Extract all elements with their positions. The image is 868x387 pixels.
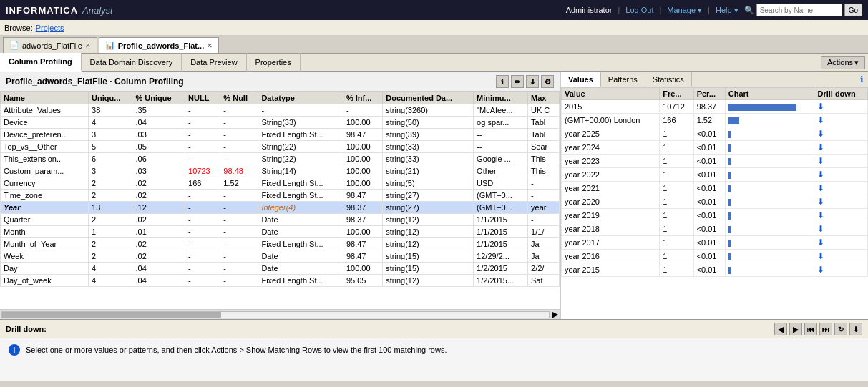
table-row[interactable]: Device4.04--String(33)100.00string(50)og… [1, 117, 560, 129]
col-pct-null[interactable]: % Null [220, 92, 258, 104]
table-row[interactable]: Day_of_week4.04--Fixed Length St...95.05… [1, 275, 560, 287]
drill-down-icon[interactable]: ⬇ [817, 102, 824, 112]
drill-down-icon[interactable]: ⬇ [817, 197, 824, 207]
col-name[interactable]: Name [1, 92, 89, 104]
list-item[interactable]: year 20211<0.01⬇ [562, 182, 868, 195]
manage-link[interactable]: Manage ▾ [667, 6, 702, 15]
col-datatype[interactable]: Datatype [258, 92, 343, 104]
scrollbar-track[interactable] [1, 311, 550, 318]
table-row[interactable]: Custom_param...3.031072398.48String(14)1… [1, 165, 560, 177]
table-row[interactable]: Currency2.021661.52Fixed Length St...100… [1, 177, 560, 190]
scroll-right-arrow[interactable]: ▶ [551, 310, 560, 319]
bottom-message: i Select one or more values or patterns,… [0, 338, 868, 361]
col-null[interactable]: NULL [185, 92, 220, 104]
actions-button[interactable]: Actions ▾ [821, 56, 865, 69]
right-col-pct[interactable]: Per... [693, 88, 725, 100]
list-item[interactable]: year 20251<0.01⬇ [562, 127, 868, 141]
settings-icon[interactable]: ⚙ [541, 75, 554, 88]
logout-link[interactable]: Log Out [625, 6, 653, 14]
col-max[interactable]: Max [528, 92, 560, 104]
table-row[interactable]: This_extension...6.06--String(22)100.00s… [1, 153, 560, 165]
tab-profile[interactable]: 📊 Profile_adwords_Flat... ✕ [99, 37, 219, 53]
drill-down-label: Drill down: [6, 325, 47, 333]
table-row[interactable]: Top_vs__Other5.05--String(22)100.00strin… [1, 141, 560, 153]
info-icon[interactable]: ℹ [496, 75, 509, 88]
drill-down-icon[interactable]: ⬇ [817, 170, 824, 180]
informatica-logo: INFORMATICA [6, 5, 78, 16]
right-table-wrapper: Value Fre... Per... Chart Drill down 201… [561, 87, 868, 319]
table-row[interactable]: Attribute_Values38.35----string(3260)"Mc… [1, 104, 560, 117]
right-col-chart[interactable]: Chart [725, 88, 814, 100]
list-item[interactable]: year 20151<0.01⬇ [562, 263, 868, 277]
search-input[interactable] [756, 4, 842, 16]
drill-down-icon[interactable]: ⬇ [817, 210, 824, 220]
table-row[interactable]: Day4.04--Date100.00string(15)1/2/20152/2… [1, 263, 560, 275]
drill-skip-forward-icon[interactable]: ⏭ [819, 323, 832, 335]
list-item[interactable]: year 20241<0.01⬇ [562, 141, 868, 155]
col-pct-inf[interactable]: % Inf... [343, 92, 382, 104]
right-panel-info-icon[interactable]: ℹ [856, 72, 868, 87]
list-item[interactable]: year 20231<0.01⬇ [562, 155, 868, 168]
drill-refresh-icon[interactable]: ↻ [834, 323, 847, 335]
right-col-value[interactable]: Value [562, 88, 660, 100]
drill-down-icon[interactable]: ⬇ [817, 156, 824, 166]
sub-tab-data-domain[interactable]: Data Domain Discovery [82, 53, 182, 72]
drill-back-icon[interactable]: ◀ [774, 323, 787, 335]
drill-down-icon[interactable]: ⬇ [817, 129, 824, 139]
sub-tab-bar: Column Profiling Data Domain Discovery D… [0, 54, 868, 72]
horizontal-scroll[interactable]: ▶ [0, 309, 560, 319]
help-link[interactable]: Help ▾ [716, 6, 738, 15]
product-name: Analyst [82, 5, 113, 16]
col-min[interactable]: Minimu... [474, 92, 528, 104]
drill-down-icon[interactable]: ⬇ [817, 237, 824, 248]
drill-down-icon[interactable]: ⬇ [817, 115, 824, 125]
drill-down-icon[interactable]: ⬇ [817, 142, 824, 152]
table-row[interactable]: Year13.12--Integer(4)98.37string(27)(GMT… [1, 202, 560, 214]
drill-down-icon[interactable]: ⬇ [817, 224, 824, 234]
table-row[interactable]: Month1.01--Date100.00string(12)1/1/20151… [1, 226, 560, 238]
col-unique[interactable]: Uniqu... [89, 92, 132, 104]
search-box: 🔍 Go [744, 4, 862, 16]
list-item[interactable]: year 20201<0.01⬇ [562, 195, 868, 209]
drill-export-icon[interactable]: ⬇ [849, 323, 862, 335]
data-table-wrapper: Name Uniqu... % Unique NULL % Null Datat… [0, 92, 560, 309]
scrollbar-thumb[interactable] [2, 312, 221, 318]
list-item[interactable]: year 20221<0.01⬇ [562, 168, 868, 182]
sub-tab-column-profiling[interactable]: Column Profiling [0, 53, 82, 72]
drill-skip-back-icon[interactable]: ⏮ [804, 323, 817, 335]
right-table-header: Value Fre... Per... Chart Drill down [562, 88, 868, 100]
export-icon[interactable]: ⬇ [526, 75, 539, 88]
go-button[interactable]: Go [844, 4, 862, 16]
right-tab-values[interactable]: Values [561, 72, 601, 87]
list-item[interactable]: year 20191<0.01⬇ [562, 209, 868, 222]
drill-down-icon[interactable]: ⬇ [817, 265, 824, 275]
drill-down-icon[interactable]: ⬇ [817, 183, 824, 193]
list-item[interactable]: year 20161<0.01⬇ [562, 250, 868, 263]
breadcrumb-projects[interactable]: Projects [36, 24, 64, 32]
table-row[interactable]: Month_of_Year2.02--Fixed Length St...98.… [1, 238, 560, 250]
table-row[interactable]: Week2.02--Date98.47string(15)12/29/2...J… [1, 250, 560, 263]
drill-down-icon[interactable]: ⬇ [817, 251, 824, 261]
col-pct-unique[interactable]: % Unique [132, 92, 185, 104]
tab-flatfile[interactable]: 📄 adwords_FlatFile ✕ [3, 37, 97, 53]
panel-title: Profile_adwords_FlatFile · Column Profil… [0, 72, 560, 92]
list-item[interactable]: 20151071298.37⬇ [562, 100, 868, 114]
list-item[interactable]: year 20171<0.01⬇ [562, 236, 868, 250]
panel-title-text: Profile_adwords_FlatFile · Column Profil… [6, 77, 184, 87]
col-doc-da[interactable]: Documented Da... [383, 92, 474, 104]
right-col-drill[interactable]: Drill down [814, 88, 868, 100]
table-row[interactable]: Time_zone2.02--Fixed Length St...98.47st… [1, 190, 560, 202]
sub-tab-data-preview[interactable]: Data Preview [182, 53, 246, 72]
right-col-freq[interactable]: Fre... [660, 88, 693, 100]
right-tab-patterns[interactable]: Patterns [601, 72, 645, 87]
table-row[interactable]: Quarter2.02--Date98.37string(12)1/1/2015… [1, 214, 560, 226]
table-row[interactable]: Device_preferen...3.03--Fixed Length St.… [1, 129, 560, 141]
edit-icon[interactable]: ✏ [511, 75, 524, 88]
flatfile-close[interactable]: ✕ [85, 42, 91, 49]
list-item[interactable]: (GMT+00:00) London1661.52⬇ [562, 114, 868, 127]
drill-forward-icon[interactable]: ▶ [789, 323, 802, 335]
right-tab-statistics[interactable]: Statistics [645, 72, 692, 87]
sub-tab-properties[interactable]: Properties [247, 53, 301, 72]
list-item[interactable]: year 20181<0.01⬇ [562, 222, 868, 236]
profile-close[interactable]: ✕ [207, 42, 213, 49]
